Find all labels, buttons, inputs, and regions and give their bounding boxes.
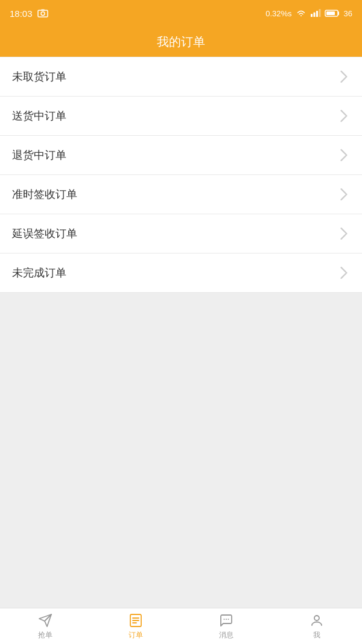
order-list: 未取货订单 送货中订单 退货中订单 准时签收订单 延误签收订单 未完成订单 xyxy=(0,57,362,293)
battery-icon xyxy=(325,9,340,18)
svg-rect-4 xyxy=(313,13,315,18)
message-icon xyxy=(218,613,234,628)
status-bar-left: 18:03 xyxy=(10,8,48,19)
list-item-label: 未完成订单 xyxy=(12,266,66,280)
list-item-label: 退货中订单 xyxy=(12,148,66,162)
list-item-label: 送货中订单 xyxy=(12,109,66,123)
svg-point-13 xyxy=(224,619,225,620)
nav-item-me[interactable]: 我 xyxy=(272,608,362,644)
grab-label: 抢单 xyxy=(38,630,52,640)
battery-level: 36 xyxy=(344,9,352,18)
status-bar: 18:03 0.32%s 36 xyxy=(0,0,362,27)
svg-rect-8 xyxy=(326,11,335,15)
chevron-right-icon xyxy=(338,71,350,83)
list-item-item-6[interactable]: 未完成订单 xyxy=(0,253,362,293)
chevron-right-icon xyxy=(338,228,350,240)
nav-item-grab[interactable]: 抢单 xyxy=(0,608,91,644)
signal-bars-icon xyxy=(310,9,321,18)
page-title: 我的订单 xyxy=(157,34,205,50)
bottom-navigation: 抢单 订单 消息 xyxy=(0,608,362,644)
svg-rect-0 xyxy=(38,10,48,17)
list-item-item-4[interactable]: 准时签收订单 xyxy=(0,175,362,214)
svg-point-1 xyxy=(41,12,45,16)
chevron-right-icon xyxy=(338,267,350,279)
header: 我的订单 xyxy=(0,27,362,57)
list-item-label: 未取货订单 xyxy=(12,69,66,84)
svg-point-14 xyxy=(226,619,227,620)
message-label: 消息 xyxy=(219,630,233,640)
svg-rect-6 xyxy=(319,9,320,17)
status-bar-right: 0.32%s 36 xyxy=(265,9,352,18)
svg-rect-2 xyxy=(41,10,45,11)
svg-rect-3 xyxy=(311,14,313,17)
me-icon xyxy=(309,613,325,628)
photo-icon xyxy=(37,9,48,18)
nav-item-order[interactable]: 订单 xyxy=(91,608,181,644)
status-time: 18:03 xyxy=(10,8,33,19)
chevron-right-icon xyxy=(338,110,350,122)
empty-area xyxy=(0,293,362,608)
list-item-label: 延误签收订单 xyxy=(12,226,77,241)
list-item-item-1[interactable]: 未取货订单 xyxy=(0,57,362,97)
list-item-item-2[interactable]: 送货中订单 xyxy=(0,97,362,136)
list-item-item-3[interactable]: 退货中订单 xyxy=(0,136,362,175)
list-item-item-5[interactable]: 延误签收订单 xyxy=(0,214,362,253)
wifi-icon xyxy=(296,9,306,18)
svg-point-16 xyxy=(314,616,319,620)
list-item-label: 准时签收订单 xyxy=(12,187,77,202)
nav-item-message[interactable]: 消息 xyxy=(181,608,272,644)
order-icon xyxy=(128,613,144,628)
chevron-right-icon xyxy=(338,188,350,200)
chevron-right-icon xyxy=(338,149,350,161)
grab-icon xyxy=(37,613,53,628)
svg-rect-5 xyxy=(316,11,318,17)
order-label: 订单 xyxy=(129,630,143,640)
svg-point-15 xyxy=(228,619,229,620)
me-label: 我 xyxy=(313,630,320,640)
signal-text: 0.32%s xyxy=(265,9,291,18)
